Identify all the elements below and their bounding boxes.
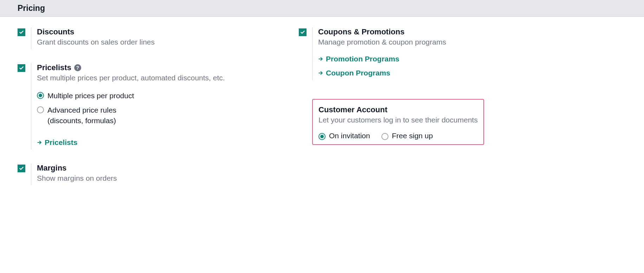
margins-checkbox-wrap (18, 165, 25, 172)
coupons-title: Coupons & Promotions (318, 27, 527, 36)
pricelists-desc: Set multiple prices per product, automat… (37, 74, 281, 82)
arrow-right-icon (318, 56, 323, 61)
coupons-desc: Manage promotion & coupon programs (318, 38, 527, 46)
customer-account-radio-invitation-label: On invitation (329, 131, 370, 141)
radio-icon (381, 133, 388, 140)
margins-content: Margins Show margins on orders (31, 164, 281, 185)
radio-icon (318, 133, 326, 140)
setting-margins: Margins Show margins on orders (18, 164, 281, 185)
pricelists-link-label: Pricelists (45, 138, 77, 147)
pricelists-checkbox[interactable] (18, 64, 25, 72)
settings-left-column: Discounts Grant discounts on sales order… (0, 27, 281, 199)
customer-account-highlight: Customer Account Let your customers log … (312, 99, 484, 145)
radio-icon (37, 92, 44, 99)
settings-grid: Discounts Grant discounts on sales order… (0, 17, 644, 210)
pricelists-radio-advanced[interactable]: Advanced price rules (discounts, formula… (37, 105, 281, 126)
customer-account-radio-free[interactable]: Free sign up (381, 131, 433, 141)
discounts-checkbox[interactable] (18, 28, 25, 36)
setting-discounts: Discounts Grant discounts on sales order… (18, 27, 281, 49)
coupon-programs-link[interactable]: Coupon Programs (318, 69, 527, 77)
pricelists-radio-multiple[interactable]: Multiple prices per product (37, 91, 281, 101)
discounts-content: Discounts Grant discounts on sales order… (31, 27, 281, 49)
pricelists-title: Pricelists (37, 63, 71, 72)
customer-account-desc: Let your customers log in to see their d… (318, 116, 478, 124)
section-title: Pricing (18, 4, 45, 13)
customer-account-title: Customer Account (318, 105, 478, 114)
customer-account-radio-invitation[interactable]: On invitation (318, 131, 370, 141)
coupons-checkbox-wrap (299, 28, 307, 36)
setting-coupons: Coupons & Promotions Manage promotion & … (299, 27, 527, 80)
setting-customer-account: Customer Account Let your customers log … (299, 94, 527, 145)
coupons-links: Promotion Programs Coupon Programs (318, 55, 527, 77)
pricelists-radio-multiple-label: Multiple prices per product (47, 91, 134, 101)
coupons-checkbox[interactable] (299, 28, 307, 36)
discounts-title: Discounts (37, 27, 281, 36)
arrow-right-icon (318, 71, 323, 75)
margins-desc: Show margins on orders (37, 174, 281, 182)
help-icon[interactable]: ? (74, 64, 81, 71)
coupon-programs-label: Coupon Programs (326, 69, 390, 77)
pricelists-radio-advanced-label: Advanced price rules (discounts, formula… (47, 105, 139, 126)
customer-account-radio-free-label: Free sign up (392, 131, 433, 141)
pricelists-checkbox-wrap (18, 64, 25, 72)
coupons-content: Coupons & Promotions Manage promotion & … (312, 27, 527, 80)
radio-icon (37, 106, 44, 113)
promotion-programs-label: Promotion Programs (326, 55, 399, 63)
check-icon (300, 30, 305, 35)
margins-title: Margins (37, 164, 281, 173)
setting-pricelists: Pricelists ? Set multiple prices per pro… (18, 63, 281, 149)
check-icon (19, 66, 24, 71)
pricelists-title-row: Pricelists ? (37, 63, 281, 72)
check-icon (19, 166, 24, 171)
pricelists-radio-group: Multiple prices per product Advanced pri… (37, 91, 281, 126)
discounts-checkbox-wrap (18, 28, 25, 36)
pricelists-content: Pricelists ? Set multiple prices per pro… (31, 63, 281, 149)
arrow-right-icon (37, 140, 42, 145)
check-icon (19, 30, 24, 35)
section-header: Pricing (0, 0, 644, 17)
customer-account-radio-group: On invitation Free sign up (318, 131, 478, 141)
pricelists-link[interactable]: Pricelists (37, 138, 77, 147)
settings-right-column: Coupons & Promotions Manage promotion & … (281, 27, 527, 199)
discounts-desc: Grant discounts on sales order lines (37, 38, 281, 46)
margins-checkbox[interactable] (18, 165, 25, 172)
promotion-programs-link[interactable]: Promotion Programs (318, 55, 527, 63)
